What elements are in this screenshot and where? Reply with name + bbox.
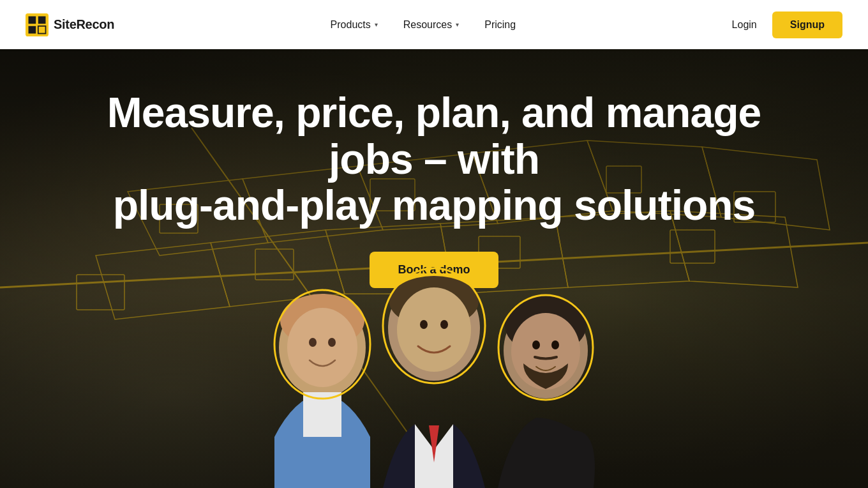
nav-resources-label: Resources (403, 19, 452, 31)
people-illustration (211, 245, 657, 488)
navbar-center: Products ▾ Resources ▾ Pricing (331, 19, 516, 31)
logo-link[interactable]: SiteRecon (26, 13, 114, 36)
svg-rect-3 (29, 26, 36, 33)
chevron-down-icon: ▾ (456, 21, 459, 28)
chevron-down-icon: ▾ (375, 21, 378, 28)
svg-point-35 (397, 287, 471, 372)
navbar-right: Login Signup (732, 11, 842, 38)
svg-point-30 (309, 338, 317, 347)
hero-title-line1: Measure, price, plan, and manage jobs – … (107, 89, 761, 183)
nav-products-label: Products (331, 19, 371, 31)
svg-rect-2 (38, 16, 46, 24)
hero-section: Measure, price, plan, and manage jobs – … (0, 0, 868, 488)
person-left (274, 290, 370, 488)
nav-pricing-label: Pricing (484, 19, 516, 31)
signup-button[interactable]: Signup (772, 11, 842, 38)
navbar-left: SiteRecon (26, 13, 114, 36)
nav-item-resources[interactable]: Resources ▾ (403, 19, 459, 31)
login-button[interactable]: Login (732, 19, 757, 31)
svg-point-43 (551, 340, 559, 349)
nav-item-pricing[interactable]: Pricing (484, 19, 516, 31)
navbar: SiteRecon Products ▾ Resources ▾ Pricing… (0, 0, 868, 49)
svg-point-37 (440, 320, 448, 329)
svg-point-36 (420, 320, 428, 329)
person-right (498, 295, 595, 488)
logo-text: SiteRecon (54, 17, 114, 32)
svg-point-42 (532, 340, 540, 349)
svg-point-31 (328, 338, 336, 347)
nav-item-products[interactable]: Products ▾ (331, 19, 378, 31)
svg-point-29 (287, 308, 357, 387)
hero-title-line2: plug-and-play mapping solutions (113, 181, 756, 229)
people-cutouts (211, 245, 657, 488)
logo-icon (26, 13, 49, 36)
svg-rect-4 (38, 26, 46, 33)
hero-title: Measure, price, plan, and manage jobs – … (83, 89, 785, 229)
svg-rect-1 (29, 16, 36, 24)
person-center (383, 268, 485, 488)
